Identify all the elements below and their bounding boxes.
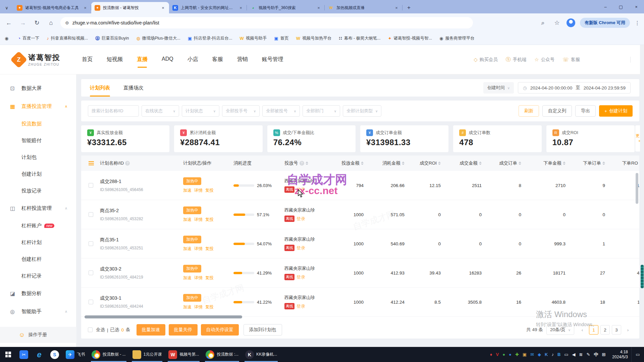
- action-detail[interactable]: 详情: [194, 275, 203, 281]
- sidebar-item[interactable]: 计划包: [0, 149, 76, 166]
- header-utility-link[interactable]: ◇ 购买会员: [474, 57, 498, 63]
- window-maximize-button[interactable]: ▢: [613, 0, 629, 13]
- header-utility-link[interactable]: ☆ 公众号: [534, 57, 554, 63]
- tab-close-icon[interactable]: ×: [83, 5, 88, 10]
- browser-tab[interactable]: ✦ 投流数据 - 诸葛智投 ×: [91, 2, 169, 13]
- header-utility-link[interactable]: ☏ 客服: [562, 57, 580, 63]
- column-header[interactable]: 投放号 ?: [284, 160, 334, 166]
- nav-item[interactable]: 首页: [81, 53, 93, 66]
- page-button[interactable]: 3: [612, 325, 621, 335]
- sidebar-item[interactable]: ◫ 杠杆投流管理 ∧: [0, 199, 76, 217]
- start-button[interactable]: [0, 347, 16, 362]
- tray-icon[interactable]: 中: [594, 352, 598, 358]
- column-header[interactable]: 下单金额 ?: [531, 160, 576, 166]
- sidebar-item[interactable]: 投放记录: [0, 182, 76, 199]
- sidebar-item[interactable]: 投流数据: [0, 115, 76, 132]
- toolbar-button[interactable]: 自定义列: [542, 105, 572, 117]
- sidebar-item[interactable]: ◪ 数据分析: [0, 284, 76, 302]
- bookmark-star-icon[interactable]: ☆: [552, 18, 562, 27]
- tray-icon[interactable]: ✚: [515, 352, 519, 357]
- tray-icon[interactable]: ⊞: [602, 352, 605, 357]
- action-detail[interactable]: 详情: [194, 188, 203, 193]
- taskbar-app[interactable]: e: [32, 347, 47, 362]
- sort-icon[interactable]: [479, 160, 482, 166]
- column-header[interactable]: 下单RO ?: [615, 160, 639, 166]
- tray-icon[interactable]: ≋: [579, 352, 583, 357]
- login-link[interactable]: 登录: [297, 245, 305, 251]
- home-icon[interactable]: ⌂: [46, 18, 56, 27]
- reload-icon[interactable]: ↻: [32, 18, 42, 27]
- batch-button[interactable]: 添加到计划包: [244, 324, 282, 336]
- site-logo[interactable]: Z 诸葛智投 ZHUGE ZHITOU: [13, 53, 60, 66]
- sidebar-item[interactable]: ⊡ 数据大屏: [0, 79, 76, 97]
- nav-item[interactable]: 短视频: [106, 53, 123, 66]
- tab-close-icon[interactable]: ×: [394, 5, 399, 10]
- search-icon[interactable]: ⌕: [538, 18, 548, 27]
- row-checkbox[interactable]: [89, 300, 93, 304]
- bookmark-item[interactable]: Ⓑ 巨量百应Buyin: [95, 36, 129, 42]
- filter-select[interactable]: 全部投手号 ∨: [222, 105, 260, 117]
- taskbar-app[interactable]: W 视频号第...: [165, 347, 202, 362]
- column-header[interactable]: 计划状态/操作 ?: [183, 160, 233, 166]
- back-icon[interactable]: ←: [4, 18, 13, 27]
- browser-menu-icon[interactable]: ⋮: [635, 20, 640, 26]
- tray-icon[interactable]: ●: [502, 352, 505, 357]
- browser-tab[interactable]: W 加热视频或直播 ×: [325, 2, 402, 13]
- sidebar-item[interactable]: 杠杆账户 new: [0, 217, 76, 234]
- chrome-update-button[interactable]: 有新版 Chrome 可用: [580, 18, 630, 28]
- action-detail[interactable]: 详情: [194, 217, 203, 223]
- bookmark-item[interactable]: ◔ 百度一下: [18, 36, 39, 41]
- column-header[interactable]: 成交金额 ?: [451, 160, 492, 166]
- tray-icon[interactable]: ✉: [530, 352, 534, 357]
- tray-icon[interactable]: ●: [509, 352, 512, 357]
- taskbar-clock[interactable]: 4:18 2024/5/3: [609, 347, 631, 362]
- sidebar-item-manual[interactable]: ☺ 操作手册: [0, 327, 76, 343]
- window-close-button[interactable]: ×: [629, 0, 644, 13]
- new-tab-button[interactable]: +: [404, 3, 414, 12]
- action-rerun[interactable]: 复投: [205, 304, 214, 310]
- bookmark-item[interactable]: ▣ 首页: [274, 36, 288, 41]
- taskbar-app[interactable]: 1元公开课: [129, 347, 165, 362]
- login-link[interactable]: 登录: [297, 274, 305, 280]
- taskbar-app[interactable]: 投流数据 - ...: [88, 347, 129, 362]
- select-all-label[interactable]: 全选: [96, 327, 105, 333]
- help-icon[interactable]: ?: [300, 161, 304, 166]
- column-header[interactable]: 成交ROI ?: [415, 160, 451, 166]
- column-header[interactable]: 下单订单 ?: [576, 160, 615, 166]
- toolbar-button[interactable]: 刷新: [519, 105, 539, 117]
- tab-search-chevron-icon[interactable]: ∨: [0, 2, 13, 13]
- row-checkbox[interactable]: [89, 183, 93, 188]
- notification-center-icon[interactable]: ▭: [631, 347, 644, 362]
- filter-select[interactable]: 全部被投号 ∨: [262, 105, 300, 117]
- tab-live-sessions[interactable]: 直播场次: [123, 79, 144, 97]
- profile-avatar[interactable]: [567, 18, 575, 27]
- forward-icon[interactable]: →: [18, 18, 28, 27]
- bookmark-item[interactable]: ◍ 微现场Plus-微信大...: [136, 36, 180, 41]
- tray-icon[interactable]: ▭: [564, 352, 568, 357]
- filter-select[interactable]: 全部部门 ∨: [303, 105, 340, 117]
- browser-scrollbar-thumb[interactable]: [641, 265, 644, 288]
- column-header[interactable]: 消耗进度 ?: [233, 160, 284, 166]
- sort-icon[interactable]: [402, 160, 405, 166]
- taskbar-app[interactable]: ✈ 飞书: [62, 347, 88, 362]
- sort-icon[interactable]: [361, 160, 364, 166]
- nav-item[interactable]: 客服: [212, 53, 224, 66]
- bookmark-item[interactable]: W 视频号加热平台: [296, 36, 332, 41]
- sidebar-item[interactable]: 杠杆计划: [0, 234, 76, 251]
- tray-icon[interactable]: ♦: [490, 352, 492, 357]
- login-link[interactable]: 登录: [297, 303, 305, 309]
- select-all-checkbox[interactable]: [88, 327, 93, 332]
- batch-button[interactable]: 批量关停: [169, 324, 198, 336]
- sidebar-item[interactable]: 创建计划: [0, 166, 76, 182]
- taskbar-app[interactable]: ✂: [16, 347, 32, 362]
- action-detail[interactable]: 详情: [194, 304, 203, 310]
- tray-icon[interactable]: ◀: [572, 352, 576, 357]
- tab-plan-list[interactable]: 计划列表: [90, 79, 110, 97]
- bookmark-item[interactable]: ✦ 诸葛智投-视频号智...: [388, 36, 432, 41]
- column-header[interactable]: 消耗金额 ?: [374, 160, 415, 166]
- action-accelerate[interactable]: 加速: [183, 246, 192, 252]
- sort-icon[interactable]: [519, 160, 521, 166]
- browser-tab[interactable]: ◕ 视频号助手_360搜索 ×: [247, 2, 325, 13]
- tray-icon[interactable]: V: [496, 352, 499, 357]
- bookmark-item[interactable]: ∷ 幕布 - 极简大纲笔...: [339, 36, 380, 41]
